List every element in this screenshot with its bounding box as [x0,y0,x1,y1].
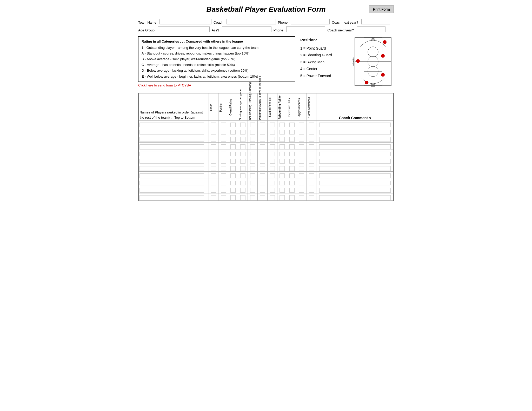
position-input[interactable] [221,137,226,142]
grade-input[interactable] [211,188,216,193]
ball-handling-input[interactable] [250,130,255,134]
game-awareness-input[interactable] [309,195,314,200]
scoring-avg-input[interactable] [240,195,245,200]
ball-handling-input[interactable] [250,166,255,171]
grade-input[interactable] [211,130,216,134]
player-name-input[interactable] [139,123,204,127]
defensive-input[interactable] [289,181,295,185]
aggressiveness-input[interactable] [299,181,304,185]
aggressiveness-input[interactable] [299,195,304,200]
player-name-input[interactable] [139,159,204,164]
asst-input[interactable] [222,26,271,32]
comment-input[interactable] [319,144,391,149]
defensive-input[interactable] [289,166,295,171]
game-awareness-input[interactable] [309,152,314,156]
player-name-input[interactable] [139,181,204,185]
player-name-input[interactable] [139,137,204,142]
ball-handling-input[interactable] [250,123,255,127]
position-input[interactable] [221,159,226,164]
scoring-avg-input[interactable] [240,188,245,193]
game-awareness-input[interactable] [309,166,314,171]
scoring-potential-input[interactable] [270,144,275,149]
aggressiveness-input[interactable] [299,166,304,171]
overall-rating-input[interactable] [230,195,236,200]
aggressiveness-input[interactable] [299,188,304,193]
comment-input[interactable] [319,188,391,193]
scoring-avg-input[interactable] [240,166,245,171]
defensive-input[interactable] [289,137,295,142]
comment-input[interactable] [319,137,391,142]
player-name-input[interactable] [139,188,204,193]
grade-input[interactable] [211,173,216,178]
player-name-input[interactable] [139,195,204,200]
ball-handling-input[interactable] [250,188,255,193]
rebounding-input[interactable] [280,137,285,142]
grade-input[interactable] [211,123,216,127]
aggressiveness-input[interactable] [299,159,304,164]
penetration-input[interactable] [260,159,265,164]
overall-rating-input[interactable] [230,159,236,164]
rebounding-input[interactable] [280,195,285,200]
game-awareness-input[interactable] [309,188,314,193]
comment-input[interactable] [319,195,391,200]
scoring-potential-input[interactable] [270,166,275,171]
phone-input[interactable] [291,19,330,24]
coach-next-input[interactable] [361,19,390,24]
position-input[interactable] [221,173,226,178]
player-name-input[interactable] [139,130,204,134]
scoring-potential-input[interactable] [270,159,275,164]
ball-handling-input[interactable] [250,159,255,164]
grade-input[interactable] [211,159,216,164]
scoring-potential-input[interactable] [270,137,275,142]
age-group-input[interactable] [158,26,210,32]
scoring-potential-input[interactable] [270,181,275,185]
position-input[interactable] [221,195,226,200]
coach-next2-input[interactable] [357,26,385,32]
scoring-avg-input[interactable] [240,152,245,156]
scoring-potential-input[interactable] [270,123,275,127]
rebounding-input[interactable] [280,144,285,149]
coach-input[interactable] [227,19,276,24]
comment-input[interactable] [319,173,391,178]
grade-input[interactable] [211,144,216,149]
penetration-input[interactable] [260,130,265,134]
rebounding-input[interactable] [280,159,285,164]
scoring-avg-input[interactable] [240,123,245,127]
penetration-input[interactable] [260,188,265,193]
ball-handling-input[interactable] [250,195,255,200]
rebounding-input[interactable] [280,173,285,178]
scoring-potential-input[interactable] [270,173,275,178]
overall-rating-input[interactable] [230,123,236,127]
defensive-input[interactable] [289,173,295,178]
defensive-input[interactable] [289,123,295,127]
scoring-avg-input[interactable] [240,144,245,149]
penetration-input[interactable] [260,152,265,156]
comment-input[interactable] [319,152,391,156]
position-input[interactable] [221,181,226,185]
scoring-potential-input[interactable] [270,188,275,193]
ball-handling-input[interactable] [250,152,255,156]
overall-rating-input[interactable] [230,137,236,142]
ball-handling-input[interactable] [250,173,255,178]
penetration-input[interactable] [260,173,265,178]
scoring-avg-input[interactable] [240,130,245,134]
ball-handling-input[interactable] [250,137,255,142]
game-awareness-input[interactable] [309,181,314,185]
grade-input[interactable] [211,152,216,156]
player-name-input[interactable] [139,166,204,171]
print-button[interactable]: Print Form [369,5,394,13]
defensive-input[interactable] [289,144,295,149]
overall-rating-input[interactable] [230,181,236,185]
aggressiveness-input[interactable] [299,130,304,134]
penetration-input[interactable] [260,144,265,149]
scoring-avg-input[interactable] [240,173,245,178]
penetration-input[interactable] [260,137,265,142]
player-name-input[interactable] [139,144,204,149]
game-awareness-input[interactable] [309,123,314,127]
game-awareness-input[interactable] [309,159,314,164]
position-input[interactable] [221,123,226,127]
defensive-input[interactable] [289,159,295,164]
position-input[interactable] [221,152,226,156]
ball-handling-input[interactable] [250,181,255,185]
phone2-input[interactable] [286,26,325,32]
